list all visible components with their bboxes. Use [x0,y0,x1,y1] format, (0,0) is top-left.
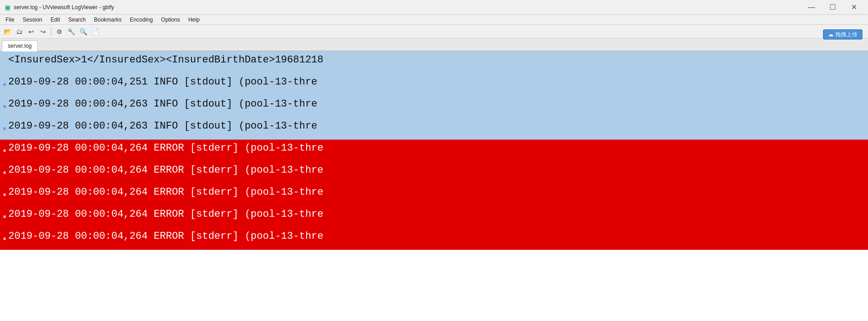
row-marker [3,53,6,72]
row-text: 2019-09-28 00:00:04,264 ERROR [stderr] (… [8,163,868,182]
log-row: 2019-09-28 00:00:04,264 ERROR [stderr] (… [0,162,868,184]
log-row: <InsuredSex>1</InsuredSex><InsuredBirthD… [0,51,868,73]
toolbar-tools[interactable]: 🔧 [66,26,77,37]
menu-item-encoding[interactable]: Encoding [126,16,157,24]
row-text: 2019-09-28 00:00:04,264 ERROR [stderr] (… [8,141,868,160]
upload-area: ☁ 拖拽上传 [823,29,862,39]
row-marker [3,97,6,116]
window-title: server.log - UVviewsoft LogViewer - gblf… [14,4,114,11]
row-text: 2019-09-28 00:00:04,264 ERROR [stderr] (… [8,186,868,204]
close-button[interactable]: ✕ [843,0,864,15]
menu-bar: FileSessionEditSearchBookmarksEncodingOp… [0,15,868,25]
toolbar-settings[interactable]: ⚙ [54,26,65,37]
log-row: 2019-09-28 00:00:04,264 ERROR [stderr] (… [0,228,868,250]
menu-item-edit[interactable]: Edit [47,16,64,24]
log-row: 2019-09-28 00:00:04,264 ERROR [stderr] (… [0,206,868,228]
row-text: 2019-09-28 00:00:04,264 ERROR [stderr] (… [8,230,868,248]
svg-point-0 [3,83,6,86]
menu-item-help[interactable]: Help [185,16,203,24]
svg-point-1 [3,105,6,108]
row-marker [3,163,6,182]
upload-icon: ☁ [828,31,834,38]
maximize-button[interactable]: ☐ [822,0,843,15]
row-text: 2019-09-28 00:00:04,264 ERROR [stderr] (… [8,208,868,226]
title-bar: ▣ server.log - UVviewsoft LogViewer - gb… [0,0,868,15]
menu-item-session[interactable]: Session [19,16,46,24]
row-marker [3,230,6,248]
svg-point-3 [3,149,6,152]
row-text: 2019-09-28 00:00:04,251 INFO [stdout] (p… [8,75,868,94]
menu-item-search[interactable]: Search [65,16,90,24]
row-marker [3,186,6,204]
title-controls: — ☐ ✕ [801,0,864,15]
toolbar-separator-1 [51,28,51,36]
toolbar-files[interactable]: 🗂 [14,26,25,37]
app-icon: ▣ [4,4,11,11]
tab-bar: server.log [0,39,868,51]
log-area[interactable]: <InsuredSex>1</InsuredSex><InsuredBirthD… [0,51,868,321]
row-text: 2019-09-28 00:00:04,263 INFO [stdout] (p… [8,119,868,138]
toolbar-open[interactable]: 📂 [2,26,13,37]
log-row: 2019-09-28 00:00:04,263 INFO [stdout] (p… [0,118,868,140]
svg-point-6 [3,215,6,218]
row-text: 2019-09-28 00:00:04,263 INFO [stdout] (p… [8,97,868,116]
svg-point-7 [3,237,6,240]
toolbar: 📂 🗂 ↩ ↪ ⚙ 🔧 🔍 📄 [0,25,868,39]
menu-item-file[interactable]: File [2,16,18,24]
toolbar-doc[interactable]: 📄 [90,26,101,37]
log-row: 2019-09-28 00:00:04,264 ERROR [stderr] (… [0,140,868,162]
toolbar-redo[interactable]: ↪ [38,26,49,37]
menu-item-options[interactable]: Options [157,16,184,24]
row-marker [3,208,6,226]
minimize-button[interactable]: — [801,0,822,15]
log-row: 2019-09-28 00:00:04,263 INFO [stdout] (p… [0,96,868,118]
tab-label: server.log [8,43,32,49]
svg-point-2 [3,127,6,130]
toolbar-undo[interactable]: ↩ [26,26,37,37]
toolbar-search[interactable]: 🔍 [78,26,89,37]
svg-point-4 [3,171,6,174]
upload-label: 拖拽上传 [835,31,857,39]
row-marker [3,119,6,138]
menu-item-bookmarks[interactable]: Bookmarks [90,16,125,24]
row-marker [3,141,6,160]
row-marker [3,75,6,94]
svg-point-5 [3,193,6,196]
row-text: <InsuredSex>1</InsuredSex><InsuredBirthD… [8,53,868,72]
log-row: 2019-09-28 00:00:04,264 ERROR [stderr] (… [0,184,868,206]
tab-server-log[interactable]: server.log [2,40,38,51]
log-row: 2019-09-28 00:00:04,251 INFO [stdout] (p… [0,73,868,96]
upload-button[interactable]: ☁ 拖拽上传 [823,29,862,39]
title-left: ▣ server.log - UVviewsoft LogViewer - gb… [4,4,114,11]
